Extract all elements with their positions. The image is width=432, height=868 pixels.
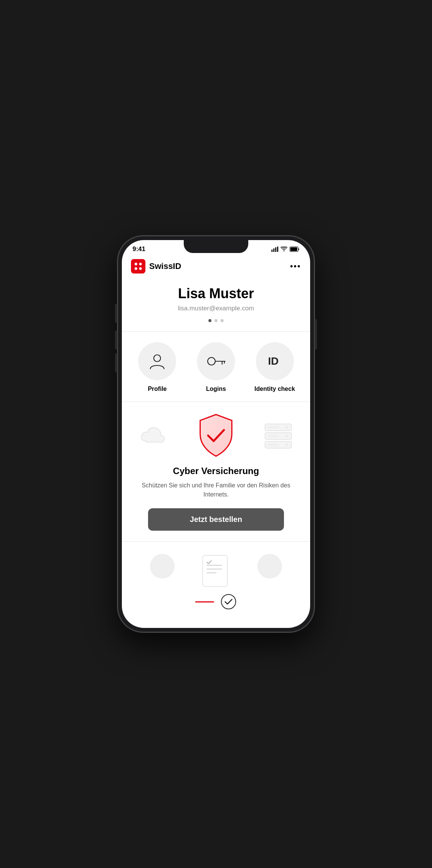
svg-point-10 — [135, 267, 137, 270]
nav-item-profile[interactable]: Profile — [128, 342, 187, 392]
svg-rect-27 — [203, 555, 227, 587]
svg-point-4 — [284, 250, 285, 251]
shield-icon — [195, 413, 237, 458]
promo-section: Cyber Versicherung Schützen Sie sich und… — [122, 402, 310, 541]
server-right-icon — [263, 422, 293, 449]
promo-title: Cyber Versicherung — [131, 466, 301, 476]
svg-rect-1 — [273, 248, 274, 252]
svg-point-12 — [154, 355, 161, 362]
nav-label-profile: Profile — [148, 386, 167, 392]
wifi-icon — [281, 247, 287, 252]
svg-point-8 — [135, 263, 137, 266]
page-dot-1[interactable] — [208, 319, 211, 322]
page-dots — [131, 319, 301, 322]
svg-rect-3 — [277, 247, 278, 252]
status-icons — [271, 247, 300, 252]
document-icon — [201, 555, 231, 589]
svg-point-11 — [139, 267, 142, 270]
promo-description: Schützen Sie sich und Ihre Familie vor d… — [131, 481, 301, 499]
promo-image — [131, 413, 301, 458]
person-icon — [147, 351, 167, 371]
status-time: 9:41 — [132, 245, 145, 253]
app-header: SwissID ••• — [122, 255, 310, 280]
page-dot-3[interactable] — [221, 319, 224, 322]
logo-icon — [131, 259, 145, 274]
svg-text:ID: ID — [268, 355, 279, 367]
phone-notch — [184, 240, 248, 253]
logo-container: SwissID — [131, 259, 181, 274]
svg-rect-26 — [268, 444, 279, 446]
svg-rect-6 — [290, 247, 297, 251]
nav-circle-identity: ID — [256, 342, 294, 380]
promo-button[interactable]: Jetzt bestellen — [148, 508, 284, 531]
bottom-section — [122, 542, 310, 619]
nav-item-logins[interactable]: Logins — [187, 342, 246, 392]
logo-text: SwissID — [149, 261, 181, 271]
id-icon: ID — [265, 351, 285, 371]
user-email: lisa.muster@example.com — [131, 305, 301, 312]
svg-rect-0 — [271, 250, 273, 252]
svg-point-21 — [285, 426, 288, 428]
svg-point-13 — [208, 357, 215, 365]
swissid-logo-svg — [131, 259, 145, 274]
user-name: Lisa Muster — [131, 286, 301, 302]
svg-rect-2 — [275, 247, 276, 252]
phone-screen: 9:41 — [122, 240, 310, 628]
key-icon — [205, 351, 227, 371]
menu-button[interactable]: ••• — [290, 261, 301, 271]
svg-point-31 — [221, 594, 236, 609]
svg-rect-24 — [268, 426, 279, 428]
battery-icon — [290, 247, 300, 252]
bottom-line-indicator — [195, 601, 214, 602]
checkmark-circle-icon — [220, 593, 237, 610]
cloud-left-icon — [139, 424, 173, 447]
nav-circle-profile — [138, 342, 176, 380]
nav-item-identity[interactable]: ID Identity check — [245, 342, 304, 392]
phone-frame: 9:41 — [117, 236, 315, 632]
user-profile-section: Lisa Muster lisa.muster@example.com — [122, 280, 310, 331]
svg-point-22 — [285, 435, 288, 437]
doc-circle-right — [257, 554, 282, 579]
svg-rect-7 — [131, 259, 145, 274]
nav-items: Profile Logins ID — [122, 332, 310, 402]
doc-circle-left — [150, 554, 175, 579]
nav-label-logins: Logins — [206, 386, 226, 392]
nav-circle-logins — [197, 342, 235, 380]
page-dot-2[interactable] — [214, 319, 218, 322]
svg-rect-25 — [268, 435, 279, 437]
nav-label-identity: Identity check — [254, 386, 295, 392]
signal-icon — [271, 247, 278, 252]
doc-image — [131, 551, 301, 589]
svg-point-9 — [139, 263, 142, 266]
svg-point-23 — [285, 444, 288, 446]
